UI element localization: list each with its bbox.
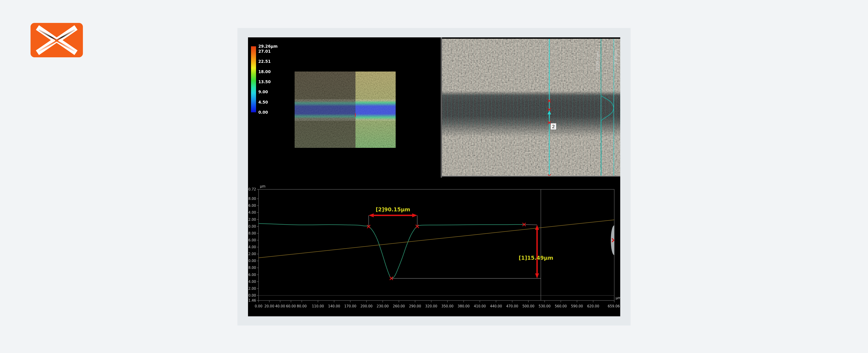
x-tick-label: 350.00 — [441, 304, 454, 308]
x-tick-label: 590.00 — [571, 304, 583, 308]
plot-border — [258, 189, 614, 301]
measurement-app-panel: 29.26µm27.0122.5118.0013.509.004.500.00 — [238, 28, 630, 325]
width-arrow-head — [412, 213, 417, 217]
depth-arrow-head — [535, 225, 539, 230]
texture-image-view[interactable]: 7209.5µm 5.45µm 2 — [442, 39, 620, 176]
y-tick-label: 30.72 — [248, 187, 256, 191]
x-tick-label: 170.00 — [344, 304, 356, 308]
x-tick-label: 110.00 — [312, 304, 324, 308]
y-tick-label: 6.00 — [248, 273, 256, 277]
colorbar-tick-label: 27.01 — [258, 49, 286, 54]
height-map-image[interactable] — [294, 72, 396, 148]
brand-logo — [31, 23, 83, 57]
y-tick-label: 22.00 — [248, 217, 256, 222]
x-tick-label: 530.00 — [538, 304, 551, 308]
y-tick-label: -1.46 — [248, 298, 256, 303]
y-tick-label: 4.00 — [248, 280, 256, 284]
x-tick-label: 659.06 — [608, 304, 620, 308]
x-tick-label: 140.00 — [328, 304, 340, 308]
x-tick-label: 470.00 — [506, 304, 518, 308]
x-tick-label: 440.00 — [490, 304, 502, 308]
x-axis-unit: µm — [616, 296, 620, 300]
brand-logo-graphic — [31, 23, 83, 57]
y-tick-label: 2.00 — [248, 286, 256, 291]
width-arrow-head — [369, 213, 374, 217]
y-tick-label: 28.00 — [248, 197, 256, 201]
x-tick-label: 0.00 — [255, 304, 262, 308]
x-tick-label: 260.00 — [393, 304, 405, 308]
height-map-view[interactable]: 29.26µm27.0122.5118.0013.509.004.500.00 — [248, 37, 441, 178]
colorbar-tick-label: 29.26µm — [258, 44, 286, 48]
depth-arrow-head — [535, 273, 539, 278]
y-tick-label: 20.00 — [248, 224, 256, 228]
viewer-content: 29.26µm27.0122.5118.0013.509.004.500.00 — [248, 37, 620, 316]
x-tick-label: 320.00 — [425, 304, 437, 308]
x-tick-label: 290.00 — [409, 304, 421, 308]
colorbar-tick-label: 0.00 — [258, 110, 286, 115]
colorbar-tick-label: 13.50 — [258, 79, 286, 84]
y-tick-label: 14.00 — [248, 245, 256, 249]
image-bottom-edge — [442, 176, 620, 176]
series-reference-tilt-line — [258, 220, 614, 258]
height-colorbar: 29.26µm27.0122.5118.0013.509.004.500.00 — [251, 46, 288, 112]
x-tick-label: 20.00 — [265, 304, 274, 308]
ruler-label-right: 5.45µm — [614, 49, 618, 64]
colorbar-tick-label: 9.00 — [258, 90, 286, 94]
measurement-label-1: [1]15.49µm — [519, 255, 553, 261]
y-tick-label: 16.00 — [248, 238, 256, 242]
y-axis-unit: µm — [260, 184, 266, 188]
y-tick-label: 24.00 — [248, 210, 256, 215]
y-tick-label: 18.00 — [248, 231, 256, 236]
x-tick-label: 200.00 — [361, 304, 373, 308]
profile-chart[interactable]: 30.7228.0026.0024.0022.0020.0018.0016.00… — [248, 178, 620, 316]
y-tick-label: 10.00 — [248, 259, 256, 263]
x-tick-label: 560.00 — [555, 304, 567, 308]
ruler-label-left: 7209.5µm — [595, 51, 600, 71]
profile-position-marker — [355, 113, 356, 117]
leader-line — [524, 224, 537, 225]
y-tick-label: 0.00 — [248, 293, 256, 297]
x-tick-label: 620.00 — [587, 304, 599, 308]
x-tick-label: 80.00 — [297, 304, 307, 308]
x-tick-label: 410.00 — [474, 304, 486, 308]
x-tick-label: 40.00 — [275, 304, 285, 308]
measurement-label-2: [2]90.15µm — [376, 207, 410, 212]
colorbar-tick-label: 22.51 — [258, 59, 286, 64]
colorbar-tick-label: 18.00 — [258, 69, 286, 74]
measure-label-text: 2 — [552, 124, 555, 129]
series-surface-profile — [258, 223, 524, 279]
x-tick-label: 380.00 — [458, 304, 470, 308]
x-tick-label: 60.00 — [286, 304, 296, 308]
y-tick-label: 26.00 — [248, 204, 256, 208]
x-tick-label: 230.00 — [377, 304, 389, 308]
colorbar-gradient — [251, 46, 256, 112]
y-tick-label: 8.00 — [248, 266, 256, 270]
desktop-background: 29.26µm27.0122.5118.0013.509.004.500.00 — [0, 0, 868, 353]
y-tick-label: 12.00 — [248, 252, 256, 256]
colorbar-tick-label: 4.50 — [258, 100, 286, 105]
x-tick-label: 500.00 — [522, 304, 534, 308]
